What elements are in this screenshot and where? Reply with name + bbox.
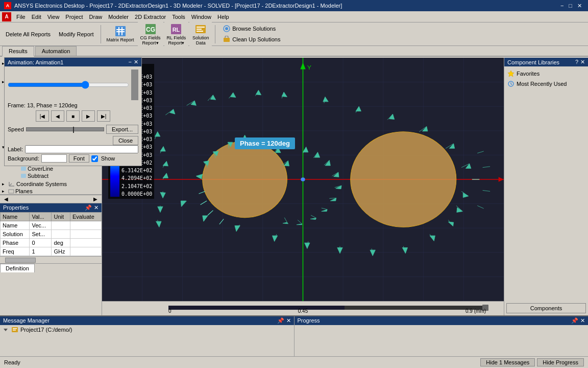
play-reverse-btn[interactable]: |◀	[36, 110, 49, 122]
menu-window[interactable]: Window	[188, 13, 214, 21]
svg-rect-182	[13, 328, 17, 329]
canvas-area[interactable]: Y E [V/m] 3.1571E+03 2.9466E+03 2.7361E+…	[102, 58, 504, 301]
message-manager-panel: Message Manager 📌 ✕ Project17 (C:/demo/)	[0, 316, 295, 356]
rl-fields-report-btn[interactable]: RL RL FieldsReport▾	[164, 21, 189, 47]
tree-item-subtract[interactable]: Subtract	[13, 172, 101, 179]
stop-btn[interactable]: ■	[66, 110, 80, 122]
menu-draw[interactable]: Draw	[86, 13, 106, 21]
project-icon	[11, 326, 18, 333]
properties-panel: Properties 📌 ✕ Name Val... Unit Evaluate	[0, 203, 102, 315]
menu-view[interactable]: View	[44, 13, 63, 21]
svg-rect-33	[21, 167, 26, 171]
prop-hscrollbar[interactable]	[0, 256, 102, 263]
svg-rect-12	[197, 31, 203, 32]
svg-rect-4	[121, 27, 122, 35]
toolbar-sep-2	[215, 25, 215, 43]
step-back-btn[interactable]: ◀	[51, 110, 64, 122]
comp-lib-close-btn[interactable]: ✕	[580, 59, 585, 65]
inner-min-btn[interactable]: −	[558, 3, 566, 9]
svg-rect-1	[116, 29, 125, 30]
step-fwd-btn[interactable]: ▶	[82, 110, 95, 122]
anim-close-dialog-btn[interactable]: Close	[113, 136, 138, 145]
expand-msg-icon[interactable]	[2, 326, 9, 333]
svg-marker-176	[508, 71, 514, 77]
prop-close-btn[interactable]: ✕	[94, 204, 99, 211]
svg-rect-2	[116, 31, 125, 32]
speed-slider[interactable]	[131, 70, 138, 100]
ruler-start: 0	[168, 308, 172, 314]
prop-row-freq[interactable]: Freq 1 GHz	[1, 247, 102, 256]
tab-definition[interactable]: Definition	[0, 264, 35, 272]
menu-file[interactable]: File	[13, 13, 29, 21]
components-button[interactable]: Components	[506, 303, 586, 313]
svg-rect-10	[197, 27, 205, 28]
recently-used-label: Most Recently Used	[517, 81, 567, 87]
modify-report-btn[interactable]: Modify Report	[55, 25, 97, 44]
prog-close-btn[interactable]: ✕	[580, 317, 585, 324]
cg-fields-report-btn[interactable]: CG CG FieldsReport▾	[138, 21, 163, 47]
menu-2dextractor[interactable]: 2D Extractor	[132, 13, 169, 21]
ruler: 0 0.45 0.9 (mm)	[102, 301, 504, 315]
prop-row-solution[interactable]: Solution Set...	[1, 230, 102, 239]
svg-point-65	[301, 177, 305, 181]
tree-item-planes[interactable]: ▸ Planes	[1, 188, 101, 195]
tab-results[interactable]: Results	[2, 46, 34, 57]
play-fwd-btn[interactable]: ▶|	[97, 110, 110, 122]
svg-text:Y: Y	[307, 64, 311, 71]
anim-close-btn[interactable]: ✕	[134, 59, 138, 65]
msg-pin-btn[interactable]: 📌	[277, 317, 284, 324]
hide-progress-btn[interactable]: Hide Progress	[537, 358, 584, 366]
matrix-report-btn[interactable]: Matrix Report	[104, 24, 137, 44]
speed-bar	[26, 127, 104, 131]
frame-label: Frame: 13, Phase = 120deg	[8, 102, 138, 108]
anim-min-btn[interactable]: −	[129, 59, 132, 65]
prop-pin-btn[interactable]: 📌	[85, 204, 92, 211]
component-libraries-body: Favorites Most Recently Used	[504, 66, 588, 186]
svg-rect-15	[224, 38, 230, 42]
show-checkbox[interactable]	[91, 155, 98, 162]
prop-row-phase[interactable]: Phase 0 deg	[1, 239, 102, 247]
browse-solutions-btn[interactable]: Browse Solutions	[220, 24, 283, 33]
tab-automation[interactable]: Automation	[35, 46, 77, 56]
solution-data-btn[interactable]: SolutionData	[189, 21, 212, 47]
menu-modeler[interactable]: Modeler	[105, 13, 132, 21]
background-color-picker[interactable]	[41, 154, 67, 163]
menu-project[interactable]: Project	[62, 13, 86, 21]
cleanup-solutions-btn[interactable]: Clean Up Solutions	[220, 35, 283, 44]
prog-pin-btn[interactable]: 📌	[571, 317, 578, 324]
cleanup-solutions-icon	[223, 36, 230, 43]
recently-used-item[interactable]: Most Recently Used	[506, 79, 586, 89]
favorites-icon	[507, 70, 514, 77]
delete-all-reports-btn[interactable]: Delete All Reports	[2, 25, 54, 44]
tree-item-coord-sys[interactable]: ▸ Coordinate Systems	[1, 180, 101, 188]
rl-fields-icon: RL	[170, 23, 182, 35]
inner-max-btn[interactable]: □	[567, 3, 574, 9]
status-ready: Ready	[4, 359, 20, 365]
label-input[interactable]	[25, 145, 138, 153]
solution-data-icon	[194, 23, 207, 35]
font-btn[interactable]: Font	[69, 154, 89, 163]
comp-lib-help-icon[interactable]: ?	[575, 59, 578, 65]
right-panel: Component Libraries ? ✕ Favorites Most R…	[504, 58, 588, 315]
prop-row-name[interactable]: Name Vec...	[1, 221, 102, 230]
menu-tools[interactable]: Tools	[169, 13, 188, 21]
tree-nav-right[interactable]: ▶	[89, 195, 102, 203]
component-libraries-title: Component Libraries ? ✕	[504, 58, 588, 66]
title-bar: A ANSYS Electronics Desktop - Project17 …	[0, 0, 588, 11]
svg-text:RL: RL	[173, 27, 180, 33]
message-manager-title: Message Manager 📌 ✕	[0, 316, 294, 325]
msg-close-btn[interactable]: ✕	[286, 317, 291, 324]
hide-messages-btn[interactable]: Hide 1 Messages	[480, 358, 535, 366]
tree-nav-left[interactable]: ◀	[0, 195, 12, 203]
inner-close-btn[interactable]: ✕	[575, 3, 584, 9]
tree-item-coverline3[interactable]: CoverLine	[13, 165, 101, 172]
animation-slider[interactable]	[8, 82, 129, 88]
phase-label: Phase = 120deg	[235, 137, 295, 149]
favorites-item[interactable]: Favorites	[506, 68, 586, 79]
svg-rect-3	[118, 27, 119, 35]
menu-edit[interactable]: Edit	[29, 13, 44, 21]
export-btn[interactable]: Export...	[106, 125, 138, 134]
comp-lib-label: Component Libraries	[507, 59, 559, 65]
toolbar-sep-1	[101, 25, 101, 43]
menu-help[interactable]: Help	[214, 13, 232, 21]
